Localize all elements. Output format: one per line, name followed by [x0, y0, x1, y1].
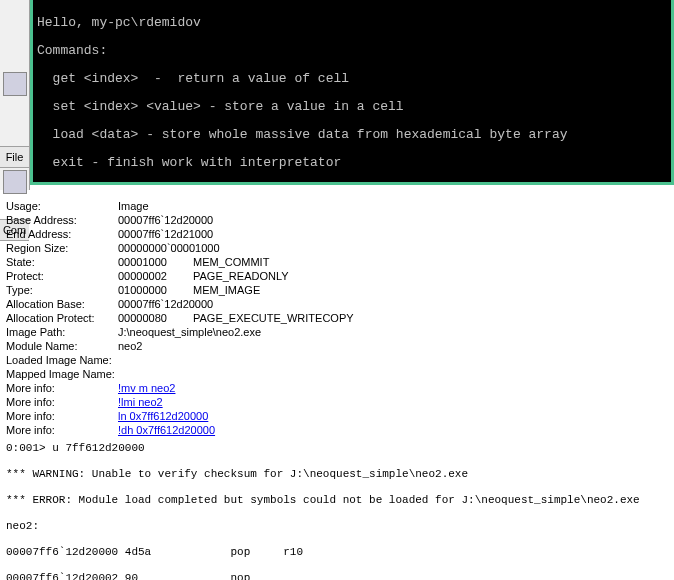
- info-label: Image Path:: [6, 325, 118, 339]
- info-row: Protect:00000002PAGE_READONLY: [6, 269, 668, 283]
- disasm-prompt: 0:001> u 7ff612d20000: [6, 442, 668, 455]
- info-value: 00007ff6`12d20000: [118, 213, 213, 227]
- info-value: [118, 367, 193, 381]
- disasm-line: 00007ff6`12d20000 4d5a pop r10: [6, 546, 668, 559]
- info-value: 00000002: [118, 269, 193, 283]
- info-link-row: More info:!mv m neo2: [6, 381, 668, 395]
- console-line: get <index> - return a value of cell: [37, 72, 667, 86]
- info-row: Allocation Protect:00000080PAGE_EXECUTE_…: [6, 311, 668, 325]
- info-label: More info:: [6, 409, 118, 423]
- info-link-row: More info:!lmi neo2: [6, 395, 668, 409]
- info-label: State:: [6, 255, 118, 269]
- disasm-error: *** ERROR: Module load completed but sym…: [6, 494, 668, 507]
- info-label: Module Name:: [6, 339, 118, 353]
- info-link[interactable]: !lmi neo2: [118, 395, 163, 409]
- info-value: 00001000: [118, 255, 193, 269]
- info-value-2: MEM_COMMIT: [193, 255, 269, 269]
- info-value: 00007ff6`12d21000: [118, 227, 213, 241]
- info-label: More info:: [6, 381, 118, 395]
- info-row: Type:01000000MEM_IMAGE: [6, 283, 668, 297]
- info-value: Image: [118, 199, 193, 213]
- info-label: Allocation Base:: [6, 297, 118, 311]
- sidebar-icon[interactable]: [3, 72, 27, 96]
- info-value: 00007ff6`12d20000: [118, 297, 213, 311]
- info-row: Image Path:J:\neoquest_simple\neo2.exe: [6, 325, 668, 339]
- console-line: Commands:: [37, 44, 667, 58]
- sidebar-icon-2[interactable]: [3, 170, 27, 194]
- info-label: Usage:: [6, 199, 118, 213]
- info-link[interactable]: ln 0x7ff612d20000: [118, 409, 208, 423]
- info-row: Base Address:00007ff6`12d20000: [6, 213, 668, 227]
- disasm-module: neo2:: [6, 520, 668, 533]
- info-label: Type:: [6, 283, 118, 297]
- info-row: Loaded Image Name:: [6, 353, 668, 367]
- info-value-2: MEM_IMAGE: [193, 283, 260, 297]
- info-label: End Address:: [6, 227, 118, 241]
- info-value: neo2: [118, 339, 193, 353]
- left-sidebar: File Com: [0, 0, 30, 190]
- info-label: Loaded Image Name:: [6, 353, 118, 367]
- console-line: load <data> - store whole massive data f…: [37, 128, 667, 142]
- info-row: Region Size:00000000`00001000: [6, 241, 668, 255]
- info-value: 00000000`00001000: [118, 241, 220, 255]
- info-label: Mapped Image Name:: [6, 367, 118, 381]
- memory-info-panel: Usage:ImageBase Address:00007ff6`12d2000…: [0, 195, 674, 441]
- info-row: State:00001000MEM_COMMIT: [6, 255, 668, 269]
- disasm-warning: *** WARNING: Unable to verify checksum f…: [6, 468, 668, 481]
- console-line: Hello, my-pc\rdemidov: [37, 16, 667, 30]
- disassembly-panel: 0:001> u 7ff612d20000 *** WARNING: Unabl…: [0, 425, 674, 580]
- info-value: 01000000: [118, 283, 193, 297]
- console-line: set <index> <value> - store a value in a…: [37, 100, 667, 114]
- info-row: Usage:Image: [6, 199, 668, 213]
- info-row: Allocation Base:00007ff6`12d20000: [6, 297, 668, 311]
- info-value: [118, 353, 193, 367]
- info-label: Base Address:: [6, 213, 118, 227]
- file-tab[interactable]: File: [0, 146, 29, 168]
- info-link-row: More info:ln 0x7ff612d20000: [6, 409, 668, 423]
- info-value: 00000080: [118, 311, 193, 325]
- info-label: Region Size:: [6, 241, 118, 255]
- info-link[interactable]: !mv m neo2: [118, 381, 175, 395]
- info-label: More info:: [6, 395, 118, 409]
- info-label: Allocation Protect:: [6, 311, 118, 325]
- console-line: exit - finish work with interpretator: [37, 156, 667, 170]
- info-value: J:\neoquest_simple\neo2.exe: [118, 325, 261, 339]
- console-window[interactable]: Hello, my-pc\rdemidov Commands: get <ind…: [30, 0, 674, 185]
- info-value-2: PAGE_EXECUTE_WRITECOPY: [193, 311, 354, 325]
- info-row: Mapped Image Name:: [6, 367, 668, 381]
- disasm-line: 00007ff6`12d20002 90 nop: [6, 572, 668, 580]
- info-value-2: PAGE_READONLY: [193, 269, 289, 283]
- info-label: Protect:: [6, 269, 118, 283]
- info-row: End Address:00007ff6`12d21000: [6, 227, 668, 241]
- info-row: Module Name:neo2: [6, 339, 668, 353]
